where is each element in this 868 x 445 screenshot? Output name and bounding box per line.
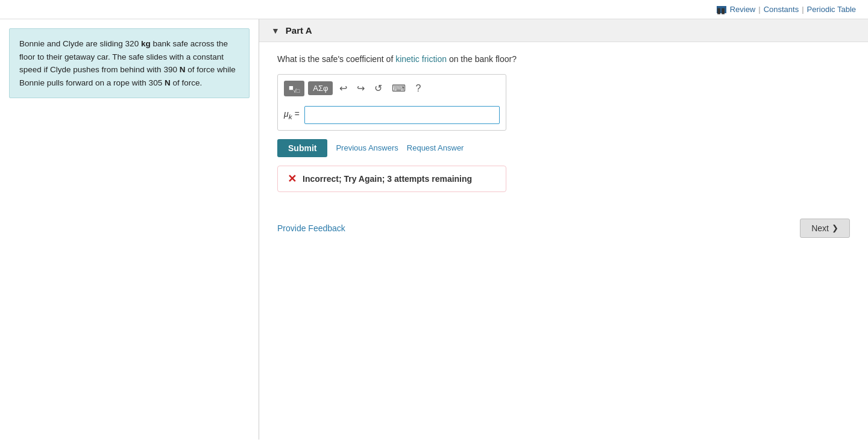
greek-symbol-label: ΑΣφ [313, 84, 328, 93]
greek-symbols-button[interactable]: ΑΣφ [308, 81, 333, 95]
problem-box: Bonnie and Clyde are sliding 320 kg bank… [9, 28, 250, 98]
right-panel: ▼ Part A What is the safe's coefficient … [259, 19, 868, 440]
error-icon: ✕ [288, 172, 297, 185]
error-message: Incorrect; Try Again; 3 attempts remaini… [303, 174, 472, 184]
input-row: μk = [284, 106, 500, 124]
submit-row: Submit Previous Answers Request Answer [277, 139, 850, 157]
part-a-collapse-arrow[interactable]: ▼ [271, 26, 280, 36]
review-icon: ▮▮ [717, 6, 726, 13]
review-link[interactable]: Review [730, 5, 756, 14]
error-box: ✕ Incorrect; Try Again; 3 attempts remai… [277, 166, 506, 192]
sep1: | [758, 5, 760, 14]
math-toolbar: ■√□ ΑΣφ ↩ ↪ ↺ ⌨ ? [284, 81, 500, 100]
provide-feedback-link[interactable]: Provide Feedback [277, 223, 345, 233]
top-bar: ▮▮ Review | Constants | Periodic Table [0, 0, 868, 19]
request-answer-link[interactable]: Request Answer [407, 143, 464, 152]
kinetic-friction-text: kinetic friction [395, 54, 447, 64]
mu-label: μk = [284, 109, 300, 120]
reset-button[interactable]: ↺ [371, 81, 385, 96]
help-button[interactable]: ? [412, 81, 424, 96]
question-text: What is the safe's coefficient of kineti… [277, 53, 850, 66]
periodic-table-link[interactable]: Periodic Table [807, 5, 856, 14]
next-chevron-icon: ❯ [832, 223, 838, 232]
part-a-title: Part A [286, 25, 312, 36]
part-a-header: ▼ Part A [259, 19, 868, 42]
answer-box: ■√□ ΑΣφ ↩ ↪ ↺ ⌨ ? μk = [277, 74, 506, 131]
undo-button[interactable]: ↩ [336, 81, 350, 96]
redo-button[interactable]: ↪ [354, 81, 368, 96]
constants-link[interactable]: Constants [764, 5, 799, 14]
left-panel: Bonnie and Clyde are sliding 320 kg bank… [0, 19, 259, 440]
answer-input[interactable] [304, 106, 500, 124]
submit-button[interactable]: Submit [277, 139, 327, 157]
sep2: | [802, 5, 804, 14]
problem-text: Bonnie and Clyde are sliding 320 kg bank… [19, 39, 236, 87]
question-content: What is the safe's coefficient of kineti… [259, 42, 868, 203]
keyboard-button[interactable]: ⌨ [389, 81, 409, 96]
next-label: Next [811, 223, 829, 233]
previous-answers-link[interactable]: Previous Answers [336, 143, 398, 152]
next-button[interactable]: Next ❯ [800, 219, 850, 238]
math-templates-button[interactable]: ■√□ [284, 81, 304, 96]
bottom-bar: Provide Feedback Next ❯ [259, 209, 868, 247]
math-template-icon: ■√□ [289, 83, 300, 94]
main-layout: Bonnie and Clyde are sliding 320 kg bank… [0, 19, 868, 440]
